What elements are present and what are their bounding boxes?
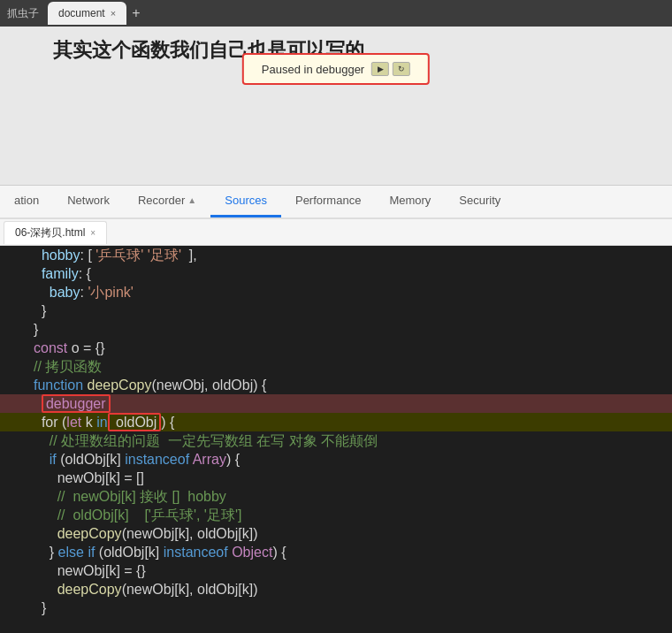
line-content: const o = {} — [28, 339, 672, 357]
line-number — [0, 450, 28, 469]
recorder-pin-icon: ▲ — [187, 195, 196, 205]
table-row: const o = {} — [0, 339, 672, 357]
new-tab-button[interactable]: + — [126, 5, 145, 21]
tab-security[interactable]: Security — [445, 186, 515, 217]
line-content: // 拷贝函数 — [28, 357, 672, 376]
debugger-line: debugger — [0, 394, 672, 413]
line-number — [0, 580, 28, 599]
line-number — [0, 339, 28, 357]
line-content: deepCopy(newObj[k], oldObj[k]) — [28, 580, 672, 599]
line-number — [0, 487, 28, 506]
line-content: hobby: [ '乒乓球' '足球' ], — [28, 246, 672, 264]
line-number — [0, 357, 28, 376]
for-loop-line: for (let k in oldObj) { — [0, 413, 672, 431]
line-content: newObj[k] = {} — [28, 561, 672, 580]
browser-tab-bar: 抓虫子 document × + — [0, 0, 672, 27]
line-number — [0, 283, 28, 301]
line-content: deepCopy(newObj[k], oldObj[k]) — [28, 524, 672, 543]
devtools-panel: ation Network Recorder ▲ Sources Perform… — [0, 186, 672, 633]
debugger-controls: ▶ ↻ — [371, 62, 410, 76]
line-number — [0, 320, 28, 339]
table-row: baby: '小pink' — [0, 283, 672, 301]
line-content: baby: '小pink' — [28, 283, 672, 301]
line-number — [0, 506, 28, 524]
table-row: } — [0, 301, 672, 320]
file-tabs-bar: 06-深拷贝.html × — [0, 219, 672, 246]
debugger-banner-text: Paused in debugger — [262, 63, 364, 76]
table-row: family: { — [0, 264, 672, 283]
tab-sources-label: Sources — [225, 194, 267, 207]
browser-tab-label: document — [58, 7, 105, 19]
browser-tab-close[interactable]: × — [111, 8, 116, 19]
tab-recorder-label: Recorder — [138, 194, 185, 207]
line-number — [0, 413, 28, 431]
line-content: function deepCopy(newObj, oldObj) { — [28, 376, 672, 394]
tab-performance[interactable]: Performance — [281, 186, 375, 217]
line-number — [0, 301, 28, 320]
table-row: newObj[k] = {} — [0, 561, 672, 580]
line-content: for (let k in oldObj) { — [28, 413, 672, 431]
line-content: } — [28, 599, 672, 617]
table-row: newObj[k] = [] — [0, 469, 672, 487]
tab-performance-label: Performance — [295, 194, 361, 207]
line-content: if (oldObj[k] instanceof Array) { — [28, 450, 672, 469]
line-content: // newObj[k] 接收 [] hobby — [28, 487, 672, 506]
devtools-navbar: ation Network Recorder ▲ Sources Perform… — [0, 186, 672, 219]
line-number — [0, 246, 28, 264]
file-tab-label: 06-深拷贝.html — [15, 225, 85, 240]
code-lines: hobby: [ '乒乓球' '足球' ], family: { baby: '… — [0, 246, 672, 617]
line-content: // oldObj[k] ['乒乓球', '足球'] — [28, 506, 672, 524]
line-number — [0, 264, 28, 283]
table-row: } else if (oldObj[k] instanceof Object) … — [0, 543, 672, 561]
line-number — [0, 394, 28, 413]
table-row: deepCopy(newObj[k], oldObj[k]) — [0, 524, 672, 543]
table-row: // oldObj[k] ['乒乓球', '足球'] — [0, 506, 672, 524]
tab-network[interactable]: Network — [53, 186, 124, 217]
tab-network-label: Network — [67, 194, 110, 207]
line-content: } — [28, 320, 672, 339]
table-row: function deepCopy(newObj, oldObj) { — [0, 376, 672, 394]
table-row: if (oldObj[k] instanceof Array) { — [0, 450, 672, 469]
line-content: // 处理数组的问题 一定先写数组 在写 对象 不能颠倒 — [28, 431, 672, 450]
table-row: // 拷贝函数 — [0, 357, 672, 376]
table-row: // 处理数组的问题 一定先写数组 在写 对象 不能颠倒 — [0, 431, 672, 450]
resume-button[interactable]: ▶ — [371, 62, 389, 76]
file-tab-close[interactable]: × — [90, 228, 95, 238]
line-number — [0, 431, 28, 450]
table-row: deepCopy(newObj[k], oldObj[k]) — [0, 580, 672, 599]
table-row: hobby: [ '乒乓球' '足球' ], — [0, 246, 672, 264]
line-number — [0, 599, 28, 617]
tab-recorder[interactable]: Recorder ▲ — [124, 186, 210, 217]
line-number — [0, 524, 28, 543]
code-editor: hobby: [ '乒乓球' '足球' ], family: { baby: '… — [0, 246, 672, 633]
browser-tab[interactable]: document × — [48, 2, 126, 25]
file-tab-deepcopy[interactable]: 06-深拷贝.html × — [4, 221, 107, 244]
step-button[interactable]: ↻ — [393, 62, 410, 76]
tab-ation-label: ation — [14, 194, 39, 207]
line-number — [0, 376, 28, 394]
site-label: 抓虫子 — [7, 6, 39, 21]
line-content: newObj[k] = [] — [28, 469, 672, 487]
debugger-banner: Paused in debugger ▶ ↻ — [242, 53, 430, 85]
line-number — [0, 469, 28, 487]
line-content: family: { — [28, 264, 672, 283]
line-content: } else if (oldObj[k] instanceof Object) … — [28, 543, 672, 561]
tab-security-label: Security — [459, 194, 500, 207]
tab-memory-label: Memory — [389, 194, 431, 207]
line-content: debugger — [28, 394, 672, 413]
tab-ation[interactable]: ation — [0, 186, 53, 217]
line-number — [0, 561, 28, 580]
tab-sources[interactable]: Sources — [210, 186, 281, 217]
table-row: // newObj[k] 接收 [] hobby — [0, 487, 672, 506]
tab-memory[interactable]: Memory — [375, 186, 445, 217]
table-row: } — [0, 320, 672, 339]
line-content: } — [28, 301, 672, 320]
table-row: } — [0, 599, 672, 617]
line-number — [0, 543, 28, 561]
